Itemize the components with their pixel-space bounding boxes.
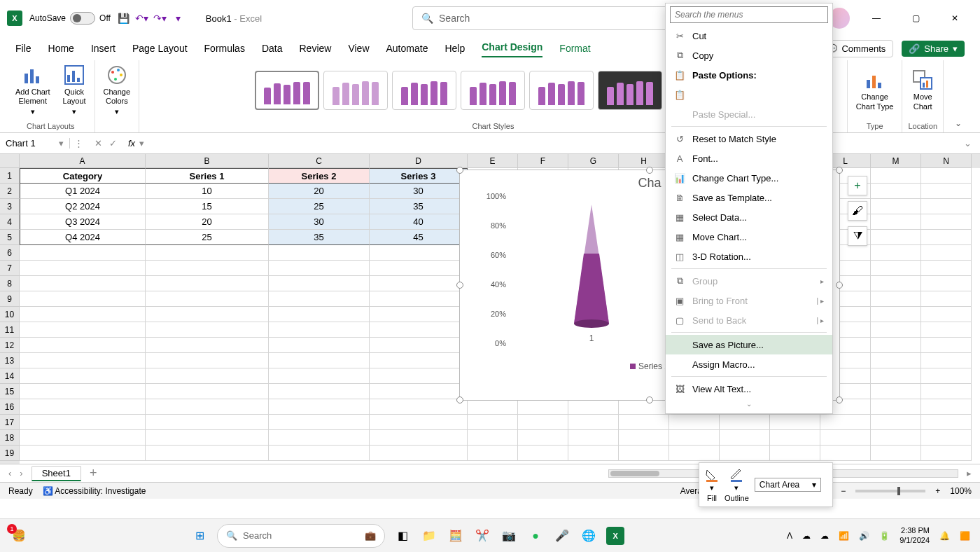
cell[interactable]	[720, 415, 770, 430]
cell[interactable]	[770, 430, 820, 446]
row-header[interactable]: 19	[0, 446, 20, 461]
cell[interactable]	[619, 415, 669, 430]
name-box[interactable]: Chart 1▾	[0, 138, 70, 149]
cell[interactable]	[820, 446, 871, 461]
cell[interactable]	[720, 446, 770, 461]
cell[interactable]	[269, 415, 370, 430]
col-header[interactable]: H	[619, 154, 669, 168]
row-header[interactable]: 15	[0, 384, 20, 399]
cell[interactable]	[20, 291, 146, 307]
row-header[interactable]: 13	[0, 353, 20, 368]
cell[interactable]	[568, 430, 619, 446]
cell[interactable]	[269, 353, 370, 368]
cell[interactable]	[871, 214, 921, 230]
cell[interactable]: 25	[146, 230, 269, 245]
cell[interactable]	[871, 168, 921, 184]
accept-formula-icon[interactable]: ✓	[109, 138, 117, 149]
col-header[interactable]: E	[468, 154, 518, 168]
cell[interactable]	[370, 338, 468, 353]
save-icon[interactable]: 💾	[118, 12, 130, 25]
start-button[interactable]: ⊞	[190, 527, 209, 545]
cell[interactable]: Q4 2024	[20, 230, 146, 245]
sheet-tab[interactable]: Sheet1	[31, 466, 81, 481]
cell[interactable]	[518, 399, 568, 415]
change-chart-type-button[interactable]: Change Chart Type	[853, 67, 897, 112]
zoom-in-icon[interactable]: +	[935, 486, 940, 496]
cell[interactable]	[146, 353, 269, 368]
select-all-corner[interactable]	[0, 154, 20, 168]
mini-outline-button[interactable]: ▾ Outline	[724, 468, 749, 502]
volume-icon[interactable]: 🔊	[859, 531, 869, 541]
camera-icon[interactable]: 📷	[500, 527, 518, 545]
cell[interactable]	[20, 261, 146, 276]
ribbon-collapse-icon[interactable]: ⌄	[944, 114, 973, 132]
file-explorer-icon[interactable]: 📁	[420, 527, 438, 545]
context-menu-search[interactable]	[670, 6, 828, 23]
cell[interactable]	[871, 307, 921, 322]
cell[interactable]	[146, 399, 269, 415]
taskbar-search[interactable]: 🔍 Search💼	[217, 524, 385, 548]
cell[interactable]	[871, 184, 921, 199]
cell[interactable]	[921, 322, 972, 338]
cell[interactable]	[370, 384, 468, 399]
cell[interactable]	[20, 276, 146, 291]
cell[interactable]	[619, 399, 669, 415]
row-header[interactable]: 17	[0, 415, 20, 430]
cell[interactable]	[921, 230, 972, 245]
cell[interactable]	[921, 261, 972, 276]
cell[interactable]	[871, 261, 921, 276]
row-header[interactable]: 1	[0, 168, 20, 184]
add-chart-element-button[interactable]: Add Chart Element ▾	[13, 62, 53, 118]
ctx-cut[interactable]: ✂Cut	[666, 26, 832, 46]
notifications-icon[interactable]: 🔔	[939, 531, 950, 541]
cell[interactable]	[871, 430, 921, 446]
cell[interactable]	[269, 307, 370, 322]
cell[interactable]	[20, 338, 146, 353]
task-view-icon[interactable]: ◧	[393, 527, 412, 545]
cell[interactable]	[669, 430, 720, 446]
col-header[interactable]: N	[921, 154, 972, 168]
expand-formula-icon[interactable]: ⌄	[955, 138, 980, 149]
cancel-formula-icon[interactable]: ✕	[94, 138, 102, 149]
cell[interactable]	[370, 353, 468, 368]
ctx-save-as-picture[interactable]: Save as Picture...	[666, 335, 832, 354]
onedrive-icon[interactable]: ☁	[802, 531, 811, 541]
cell[interactable]	[370, 430, 468, 446]
col-header[interactable]: F	[518, 154, 568, 168]
chart-style-5[interactable]	[529, 71, 594, 110]
row-header[interactable]: 4	[0, 214, 20, 230]
cell[interactable]	[146, 291, 269, 307]
chrome-icon[interactable]: 🌐	[580, 527, 598, 545]
cell[interactable]	[770, 415, 820, 430]
cell[interactable]	[269, 291, 370, 307]
tab-help[interactable]: Help	[444, 43, 465, 57]
zoom-slider[interactable]	[855, 490, 925, 492]
row-header[interactable]: 7	[0, 261, 20, 276]
cell[interactable]	[871, 276, 921, 291]
cell[interactable]	[921, 446, 972, 461]
cell[interactable]	[146, 430, 269, 446]
cell[interactable]	[269, 368, 370, 384]
cell[interactable]	[146, 368, 269, 384]
row-header[interactable]: 2	[0, 184, 20, 199]
quick-layout-button[interactable]: Quick Layout ▾	[60, 62, 89, 118]
mini-fill-button[interactable]: ▾ Fill	[705, 468, 719, 502]
cell[interactable]	[921, 338, 972, 353]
cell[interactable]	[921, 214, 972, 230]
cell[interactable]	[370, 245, 468, 261]
cell[interactable]	[146, 276, 269, 291]
cell[interactable]	[269, 261, 370, 276]
col-header[interactable]: M	[871, 154, 921, 168]
cell[interactable]	[921, 368, 972, 384]
ctx-change-chart-type[interactable]: 📊Change Chart Type...	[666, 168, 832, 188]
row-header[interactable]: 3	[0, 199, 20, 214]
row-header[interactable]: 11	[0, 322, 20, 338]
cell[interactable]	[20, 368, 146, 384]
cell[interactable]	[820, 430, 871, 446]
cell[interactable]	[20, 415, 146, 430]
cell[interactable]	[146, 446, 269, 461]
cell[interactable]	[568, 446, 619, 461]
ctx-3d-rotation[interactable]: ◫3-D Rotation...	[666, 247, 832, 266]
cell[interactable]	[20, 353, 146, 368]
cell[interactable]	[370, 291, 468, 307]
